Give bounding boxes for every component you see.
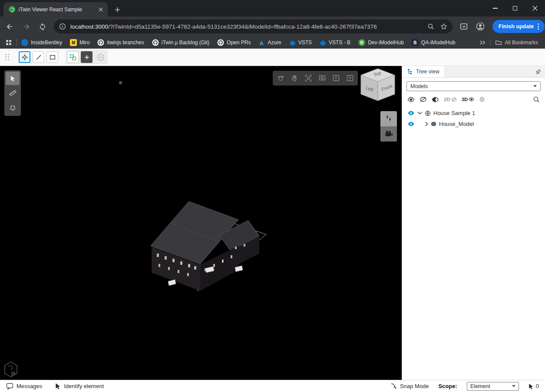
- scope-select[interactable]: Element: [467, 382, 519, 391]
- tree-node-label: House Sample 1: [433, 110, 475, 116]
- tab-close-icon[interactable]: [97, 6, 104, 13]
- view-next-icon[interactable]: [343, 72, 357, 85]
- search-icon[interactable]: [533, 96, 540, 103]
- measure-tool-button[interactable]: [6, 86, 20, 100]
- chevron-down-icon: [533, 85, 537, 87]
- camera-tool-icon[interactable]: [380, 126, 397, 142]
- viewport-3d[interactable]: Top Left Front: [0, 66, 402, 380]
- show-all-icon[interactable]: [407, 97, 415, 102]
- bookmark-miro[interactable]: M Miro: [70, 39, 89, 46]
- visibility-eye-icon[interactable]: [407, 110, 415, 116]
- house-model[interactable]: [145, 194, 271, 300]
- selection-remove-button[interactable]: [95, 51, 106, 63]
- refresh-icon[interactable]: [36, 20, 50, 33]
- finish-update-button[interactable]: Finish update: [492, 20, 545, 33]
- new-tab-button[interactable]: [112, 4, 122, 15]
- bookmarks-overflow-icon[interactable]: [479, 40, 486, 46]
- maximize-button[interactable]: [505, 0, 525, 16]
- all-bookmarks-button[interactable]: All Bookmarks: [495, 39, 538, 46]
- bookmark-label: Dev-iModelHub: [368, 40, 404, 46]
- visibility-toolbar: 2D 3D: [402, 94, 545, 105]
- bookmark-itwin-backlog[interactable]: iTwin µ Backlog (Git): [152, 39, 209, 46]
- profile-avatar[interactable]: [473, 20, 487, 33]
- filter-3d-toggle[interactable]: 3D: [462, 97, 475, 102]
- tab-tree-view-label: Tree view: [416, 69, 439, 75]
- walk-tool-icon[interactable]: [380, 111, 397, 126]
- selection-add-button[interactable]: [81, 51, 92, 63]
- window-area-icon[interactable]: [315, 72, 329, 85]
- bookmark-vsts[interactable]: VSTS: [289, 40, 312, 46]
- status-bar: Messages Identify element Snap Mode Scop…: [0, 380, 545, 392]
- section-tool-button[interactable]: [6, 101, 20, 115]
- divider: [490, 39, 491, 46]
- site-info-icon[interactable]: [59, 23, 66, 30]
- apps-grid-icon[interactable]: [5, 39, 12, 46]
- viewport-marker-dot: [119, 81, 122, 84]
- search-tabs-icon[interactable]: [457, 20, 471, 33]
- bookmark-azure[interactable]: Azure: [258, 40, 281, 46]
- azure-favicon: [258, 40, 265, 46]
- select-box-button[interactable]: [46, 51, 58, 63]
- forward-icon[interactable]: [19, 20, 33, 33]
- close-button[interactable]: [525, 0, 545, 16]
- zoom-icon[interactable]: [427, 23, 434, 30]
- selection-replace-button[interactable]: [67, 51, 79, 63]
- address-bar[interactable]: localhost:3000 /?iTwinId=d5a1135e-5971-4…: [54, 20, 453, 33]
- fit-view-icon[interactable]: [301, 72, 315, 85]
- tree-row-house-model[interactable]: House_Model: [402, 119, 545, 129]
- more-options-icon[interactable]: [534, 23, 543, 30]
- pan-hand-icon[interactable]: [287, 72, 301, 85]
- main-area: Top Left Front: [0, 66, 545, 380]
- identify-element-indicator[interactable]: Identify element: [55, 383, 104, 389]
- select-pick-button[interactable]: [19, 51, 30, 63]
- walk-camera-panel: [380, 111, 397, 142]
- view-previous-icon[interactable]: [329, 72, 343, 85]
- view-navigation-toolbar: [273, 71, 358, 86]
- messages-label: Messages: [17, 383, 42, 389]
- bookmark-label: VSTS: [298, 40, 312, 46]
- viewport-tools-toolbar: [4, 70, 21, 116]
- tree-row-house-sample[interactable]: House Sample 1: [402, 108, 545, 119]
- orbit-icon[interactable]: [274, 72, 287, 85]
- itwin-favicon: [9, 6, 15, 13]
- drag-handle[interactable]: [5, 54, 9, 60]
- snap-mode-button[interactable]: Snap Mode: [390, 383, 429, 389]
- model-tree: House Sample 1 House_Model: [402, 108, 545, 129]
- bookmark-vsts-b[interactable]: VSTS - B: [320, 40, 350, 46]
- model-icon: [431, 121, 436, 127]
- filter-2d-toggle[interactable]: 2D: [444, 97, 457, 102]
- select-tool-button[interactable]: [6, 72, 20, 85]
- bookmark-label: itwinjs branches: [107, 40, 144, 46]
- bookmark-label: InsideBentley: [31, 40, 62, 46]
- bookmark-star-icon[interactable]: [440, 23, 447, 30]
- bookmark-open-prs[interactable]: Open PRs: [217, 39, 251, 46]
- minimize-button[interactable]: [485, 0, 505, 16]
- identify-label: Identify element: [64, 383, 104, 389]
- divider: [17, 39, 17, 46]
- browser-tab[interactable]: iTwin Viewer React Sample: [3, 2, 108, 16]
- pin-icon[interactable]: [534, 68, 542, 76]
- chevron-down-icon[interactable]: [417, 112, 422, 115]
- bookmark-dev-imodelhub[interactable]: B Dev-iModelHub: [358, 39, 404, 46]
- tab-tree-view[interactable]: Tree view: [402, 66, 445, 77]
- panel-tab-bar: Tree view: [402, 66, 545, 78]
- models-select[interactable]: Models: [406, 81, 541, 91]
- messages-button[interactable]: Messages: [6, 383, 42, 390]
- bookmark-insidebentley[interactable]: InsideBentley: [21, 39, 62, 46]
- itwinjs-logo[interactable]: js: [3, 361, 18, 379]
- back-icon[interactable]: [3, 20, 17, 33]
- select-line-button[interactable]: [33, 51, 44, 63]
- invert-visibility-icon[interactable]: [432, 97, 439, 102]
- hide-all-icon[interactable]: [419, 96, 427, 102]
- bookmark-itwinjs-branches[interactable]: itwinjs branches: [97, 39, 144, 46]
- selection-mode-group: [66, 50, 108, 64]
- qa-imodelhub-favicon: B: [412, 39, 419, 46]
- isolate-icon[interactable]: [479, 96, 485, 102]
- navigation-bar: localhost:3000 /?iTwinId=d5a1135e-5971-4…: [0, 16, 545, 36]
- bookmark-qa-imodelhub[interactable]: B QA-iModelHub: [412, 39, 456, 46]
- navigation-cube[interactable]: Top Left Front: [359, 68, 397, 106]
- chevron-right-icon[interactable]: [425, 122, 428, 126]
- window-controls: [485, 0, 545, 16]
- message-bubble-icon: [6, 383, 13, 390]
- visibility-eye-icon[interactable]: [407, 121, 415, 127]
